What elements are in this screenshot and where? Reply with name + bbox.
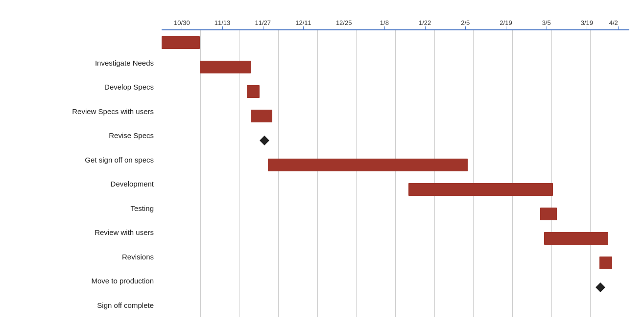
task-bar-7: [540, 208, 557, 220]
task-label-10: Sign off complete: [0, 293, 162, 318]
gantt-row-2: [162, 79, 629, 104]
date-label-8: 2/19: [486, 10, 526, 29]
task-bar-5: [268, 159, 468, 171]
date-label-3: 12/11: [283, 10, 324, 29]
date-label-7: 2/5: [445, 10, 486, 29]
task-bar-6: [408, 183, 553, 196]
date-label-0: 10/30: [162, 10, 202, 29]
task-label-8: Revisions: [0, 245, 162, 269]
task-label-4: Get sign off on specs: [0, 148, 162, 172]
date-label-5: 1/8: [364, 10, 405, 29]
date-label-9: 3/5: [526, 10, 567, 29]
gantt-row-0: [162, 30, 629, 55]
task-bar-1: [200, 61, 251, 73]
task-milestone-10: [596, 282, 605, 292]
gantt-row-6: [162, 177, 629, 202]
date-label-10: 3/19: [567, 10, 607, 29]
gantt-row-5: [162, 153, 629, 177]
task-label-0: Investigate Needs: [0, 51, 162, 75]
task-label-3: Revise Specs: [0, 123, 162, 148]
gantt-row-9: [162, 251, 629, 275]
gantt-row-8: [162, 226, 629, 251]
task-label-6: Testing: [0, 196, 162, 221]
date-label-1: 11/13: [202, 10, 243, 29]
task-bar-8: [544, 232, 608, 245]
date-label-11: 4/2: [607, 10, 629, 29]
chart-container: Investigate NeedsDevelop SpecsReview Spe…: [0, 0, 644, 327]
task-label-7: Review with users: [0, 220, 162, 245]
chart-inner: Investigate NeedsDevelop SpecsReview Spe…: [0, 10, 629, 317]
task-label-2: Review Specs with users: [0, 99, 162, 124]
task-bar-2: [247, 85, 260, 98]
task-bar-9: [599, 257, 612, 269]
date-label-6: 1/22: [405, 10, 445, 29]
gantt-row-3: [162, 104, 629, 128]
labels-column: Investigate NeedsDevelop SpecsReview Spe…: [0, 10, 162, 317]
date-label-2: 11/27: [242, 10, 283, 29]
task-bar-3: [251, 110, 272, 122]
task-label-1: Develop Specs: [0, 75, 162, 99]
gantt-row-1: [162, 55, 629, 79]
task-bar-0: [162, 36, 200, 49]
gantt-row-4: [162, 128, 629, 153]
gantt-rows: [162, 30, 629, 317]
gantt-area: 10/3011/1311/2712/1112/251/81/222/52/193…: [162, 10, 629, 317]
task-label-9: Move to production: [0, 269, 162, 293]
date-header: 10/3011/1311/2712/1112/251/81/222/52/193…: [162, 10, 629, 30]
date-label-4: 12/25: [324, 10, 364, 29]
gantt-row-10: [162, 275, 629, 300]
task-label-5: Development: [0, 172, 162, 196]
gantt-row-7: [162, 202, 629, 226]
task-milestone-4: [260, 136, 269, 145]
